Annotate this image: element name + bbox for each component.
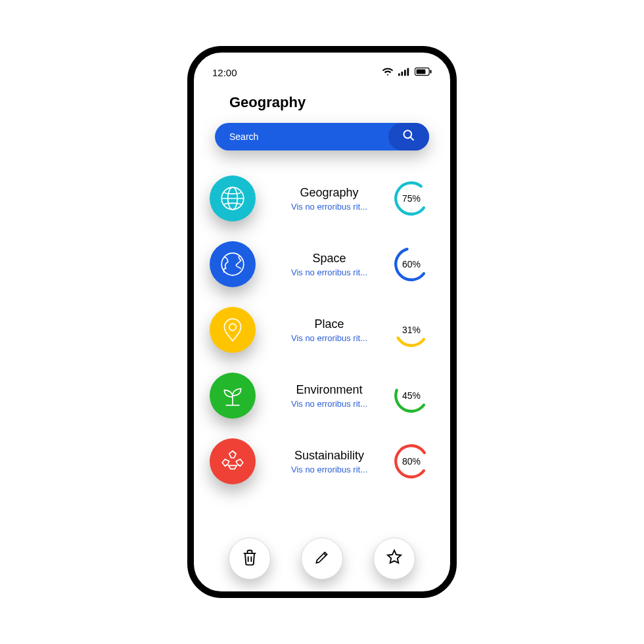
item-title: Space: [312, 252, 346, 265]
svg-rect-2: [404, 70, 406, 76]
phone-frame: 12:00 Geography Search: [187, 46, 457, 598]
bottom-action-bar: [210, 532, 434, 580]
screen: 12:00 Geography Search: [194, 53, 450, 591]
svg-rect-6: [430, 70, 431, 73]
list-item[interactable]: Environment Vis no erroribus rit... 45%: [210, 366, 434, 425]
search-button[interactable]: [388, 123, 429, 150]
pencil-icon: [313, 549, 331, 568]
search-bar[interactable]: Search: [215, 123, 429, 150]
progress-label: 31%: [402, 325, 421, 335]
progress-ring: 80%: [388, 444, 434, 479]
sprout-icon: [210, 373, 256, 419]
planet-icon: [210, 241, 256, 287]
svg-point-13: [221, 253, 244, 275]
item-subtitle: Vis no erroribus rit...: [291, 267, 367, 277]
progress-ring: 60%: [388, 246, 434, 282]
item-title: Sustainability: [294, 449, 364, 463]
item-text: Place Vis no erroribus rit...: [270, 317, 388, 343]
svg-rect-1: [402, 72, 403, 76]
cellular-icon: [398, 67, 410, 78]
edit-button[interactable]: [301, 538, 343, 580]
pin-icon: [210, 307, 256, 353]
item-text: Space Vis no erroribus rit...: [270, 252, 388, 277]
recycle-icon: [210, 438, 256, 484]
progress-ring: 31%: [388, 312, 434, 348]
svg-rect-5: [417, 70, 426, 74]
progress-ring: 75%: [388, 181, 434, 216]
svg-rect-0: [398, 74, 400, 76]
list-item[interactable]: Sustainability Vis no erroribus rit... 8…: [210, 432, 434, 491]
progress-label: 45%: [402, 390, 421, 401]
list-item[interactable]: Place Vis no erroribus rit... 31%: [210, 300, 434, 359]
svg-rect-3: [407, 68, 409, 76]
progress-ring: 45%: [388, 378, 434, 413]
progress-label: 80%: [402, 456, 421, 467]
item-title: Environment: [296, 383, 362, 397]
progress-label: 75%: [402, 193, 421, 204]
trash-icon: [241, 548, 259, 569]
progress-label: 60%: [402, 259, 421, 269]
category-list: Geography Vis no erroribus rit... 75% Sp…: [210, 169, 434, 532]
item-subtitle: Vis no erroribus rit...: [291, 333, 367, 343]
item-text: Sustainability Vis no erroribus rit...: [270, 449, 388, 474]
trash-button[interactable]: [229, 538, 271, 580]
item-title: Place: [314, 317, 344, 331]
svg-point-15: [229, 324, 237, 331]
svg-line-8: [411, 137, 414, 141]
status-time: 12:00: [212, 67, 237, 78]
list-item[interactable]: Geography Vis no erroribus rit... 75%: [210, 169, 434, 228]
wifi-icon: [382, 67, 394, 78]
item-subtitle: Vis no erroribus rit...: [291, 202, 367, 212]
status-bar: 12:00: [210, 67, 434, 78]
star-icon: [385, 548, 403, 569]
list-item[interactable]: Space Vis no erroribus rit... 60%: [210, 235, 434, 294]
item-text: Environment Vis no erroribus rit...: [270, 383, 388, 409]
item-title: Geography: [300, 186, 358, 200]
svg-point-7: [404, 131, 412, 139]
item-subtitle: Vis no erroribus rit...: [291, 399, 367, 409]
status-icons: [382, 67, 432, 78]
search-icon: [402, 129, 415, 145]
star-button[interactable]: [373, 538, 415, 580]
globe-icon: [210, 175, 256, 221]
item-subtitle: Vis no erroribus rit...: [291, 465, 367, 474]
page-title: Geography: [229, 94, 434, 111]
battery-icon: [415, 67, 432, 78]
item-text: Geography Vis no erroribus rit...: [270, 186, 388, 212]
